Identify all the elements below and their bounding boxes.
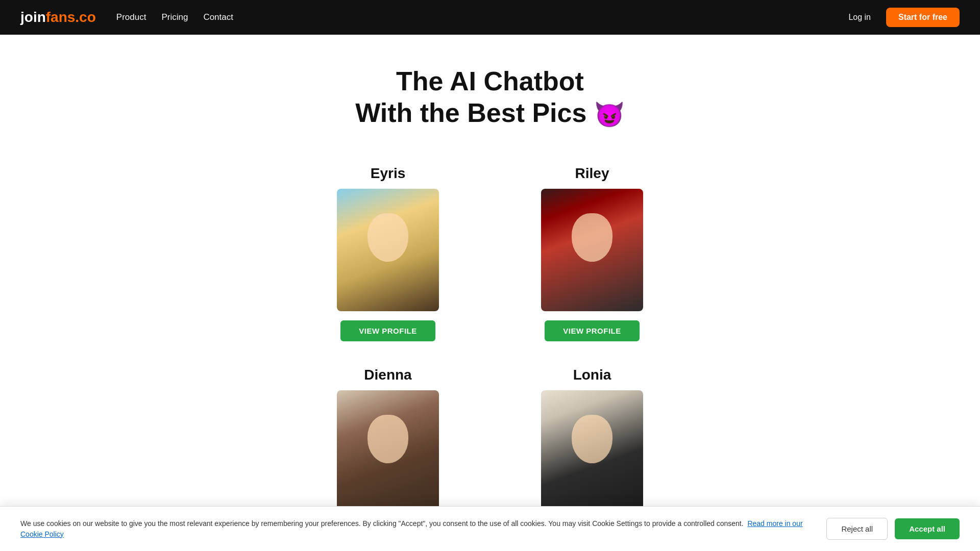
hero-title: The AI Chatbot With the Best Pics 😈 [0, 65, 980, 130]
profile-name-lonia: Lonia [573, 367, 611, 383]
cookie-buttons: Reject all Accept all [826, 518, 960, 540]
profile-image-eyris [337, 189, 439, 311]
view-profile-riley[interactable]: VIEW PROFILE [545, 320, 640, 341]
nav-contact[interactable]: Contact [203, 12, 233, 22]
cookie-text: We use cookies on our website to give yo… [20, 518, 806, 540]
start-free-button[interactable]: Start for free [886, 8, 960, 27]
profile-image-dienna [337, 390, 439, 513]
profile-image-riley [541, 189, 643, 311]
logo[interactable]: joinfans.co [20, 9, 96, 26]
profile-card-eyris: Eyris VIEW PROFILE [286, 155, 490, 357]
devil-emoji: 😈 [594, 102, 625, 129]
profile-grid: Eyris VIEW PROFILE Riley VIEW PROFILE Di… [286, 145, 694, 551]
hero-section: The AI Chatbot With the Best Pics 😈 [0, 35, 980, 145]
nav-right: Log in Start for free [848, 8, 960, 27]
profile-card-riley: Riley VIEW PROFILE [490, 155, 694, 357]
profile-name-eyris: Eyris [371, 165, 406, 182]
nav-links: Product Pricing Contact [116, 12, 849, 22]
profile-name-dienna: Dienna [364, 367, 411, 383]
accept-all-button[interactable]: Accept all [895, 518, 960, 539]
profile-name-riley: Riley [575, 165, 609, 182]
login-link[interactable]: Log in [848, 13, 871, 22]
nav-pricing[interactable]: Pricing [161, 12, 188, 22]
view-profile-eyris[interactable]: VIEW PROFILE [340, 320, 435, 341]
navbar: joinfans.co Product Pricing Contact Log … [0, 0, 980, 35]
cookie-banner: We use cookies on our website to give yo… [0, 506, 980, 551]
nav-product[interactable]: Product [116, 12, 146, 22]
reject-all-button[interactable]: Reject all [826, 518, 888, 540]
profile-image-lonia [541, 390, 643, 513]
